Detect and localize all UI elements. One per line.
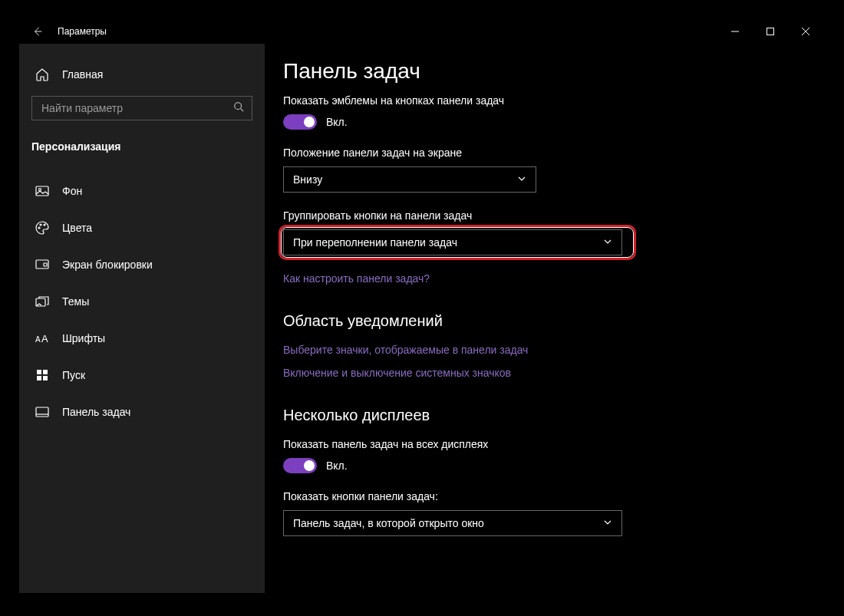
multi-displays-title: Несколько дисплеев (283, 407, 805, 424)
sidebar-item-label: Цвета (62, 222, 92, 234)
dropdown-value: При переполнении панели задач (293, 236, 457, 249)
settings-window: Параметры Главная Персонализация (19, 19, 823, 593)
badges-toggle[interactable] (283, 114, 317, 130)
window-body: Главная Персонализация Фон Цвета (19, 44, 823, 593)
start-icon (35, 367, 50, 383)
toggle-state-label: Вкл. (326, 116, 348, 128)
svg-point-4 (38, 227, 40, 229)
sidebar-item-colors[interactable]: Цвета (19, 209, 265, 246)
position-dropdown[interactable]: Внизу (283, 166, 536, 193)
window-title: Параметры (58, 26, 717, 37)
svg-rect-16 (36, 407, 48, 417)
notification-area-title: Область уведомлений (283, 312, 805, 330)
close-button[interactable] (788, 19, 823, 44)
chevron-down-icon (517, 173, 526, 186)
back-button[interactable] (19, 19, 56, 44)
sidebar-item-themes[interactable]: Темы (19, 283, 265, 320)
maximize-icon (767, 28, 774, 35)
system-icons-link[interactable]: Включение и выключение системных значков (283, 367, 805, 379)
svg-point-6 (44, 224, 45, 226)
themes-icon (35, 294, 50, 309)
search-box[interactable] (31, 96, 252, 120)
home-icon (35, 67, 50, 82)
home-nav-item[interactable]: Главная (19, 59, 265, 90)
svg-point-3 (39, 189, 41, 191)
page-title: Панель задач (283, 59, 805, 84)
svg-point-1 (235, 103, 242, 110)
fonts-icon: AA (35, 331, 50, 346)
svg-point-5 (40, 224, 41, 226)
sidebar-item-label: Темы (62, 295, 89, 308)
search-input[interactable] (41, 102, 233, 114)
home-label: Главная (62, 68, 103, 81)
lockscreen-icon (35, 257, 50, 272)
position-label: Положение панели задач на экране (283, 147, 805, 159)
palette-icon (35, 220, 50, 236)
sidebar-item-taskbar[interactable]: Панель задач (19, 394, 265, 430)
svg-rect-8 (44, 263, 47, 266)
show-buttons-label: Показать кнопки панели задач: (283, 490, 805, 502)
combine-label: Группировать кнопки на панели задач (283, 209, 805, 222)
image-icon (35, 183, 50, 199)
sidebar-item-background[interactable]: Фон (19, 173, 265, 209)
highlighted-dropdown-wrap: При переполнении панели задач (283, 229, 631, 255)
window-controls (717, 19, 823, 44)
sidebar-item-label: Шрифты (62, 332, 105, 344)
svg-text:A: A (35, 335, 41, 344)
svg-rect-15 (43, 376, 48, 380)
taskbar-icon (35, 404, 50, 420)
svg-rect-12 (37, 370, 41, 374)
content-area: Панель задач Показать эмблемы на кнопках… (265, 44, 823, 593)
svg-rect-0 (767, 28, 774, 35)
combine-dropdown[interactable]: При переполнении панели задач (283, 229, 622, 255)
titlebar: Параметры (19, 19, 823, 44)
maximize-button[interactable] (753, 19, 788, 44)
sidebar-item-start[interactable]: Пуск (19, 357, 265, 394)
badges-label: Показать эмблемы на кнопках панели задач (283, 94, 805, 107)
sidebar-item-lockscreen[interactable]: Экран блокировки (19, 246, 265, 283)
all-displays-label: Показать панель задач на всех дисплеях (283, 438, 805, 450)
category-header: Персонализация (19, 131, 265, 165)
sidebar-item-fonts[interactable]: AA Шрифты (19, 320, 265, 357)
svg-rect-2 (36, 186, 48, 196)
sidebar-item-label: Пуск (62, 369, 85, 381)
nav-items: Фон Цвета Экран блокировки Темы AA Шрифт… (19, 173, 265, 430)
show-buttons-dropdown[interactable]: Панель задач, в которой открыто окно (283, 510, 622, 536)
dropdown-value: Внизу (293, 173, 322, 186)
help-link[interactable]: Как настроить панели задач? (283, 272, 805, 285)
badges-toggle-row: Вкл. (283, 114, 805, 130)
sidebar-item-label: Экран блокировки (62, 259, 153, 271)
all-displays-toggle-row: Вкл. (283, 458, 805, 473)
dropdown-value: Панель задач, в которой открыто окно (293, 517, 484, 529)
toggle-state-label: Вкл. (326, 460, 348, 472)
search-icon (233, 101, 244, 115)
chevron-down-icon (603, 236, 612, 249)
svg-text:A: A (41, 333, 48, 344)
close-icon (802, 28, 809, 35)
select-icons-link[interactable]: Выберите значки, отображаемые в панели з… (283, 344, 805, 356)
minimize-button[interactable] (717, 19, 753, 44)
back-arrow-icon (32, 26, 43, 37)
svg-rect-13 (43, 370, 48, 374)
minimize-icon (731, 28, 739, 35)
sidebar-item-label: Панель задач (62, 406, 130, 418)
svg-rect-14 (37, 376, 41, 380)
sidebar: Главная Персонализация Фон Цвета (19, 44, 265, 593)
chevron-down-icon (603, 517, 612, 529)
all-displays-toggle[interactable] (283, 458, 317, 473)
sidebar-item-label: Фон (62, 185, 82, 197)
